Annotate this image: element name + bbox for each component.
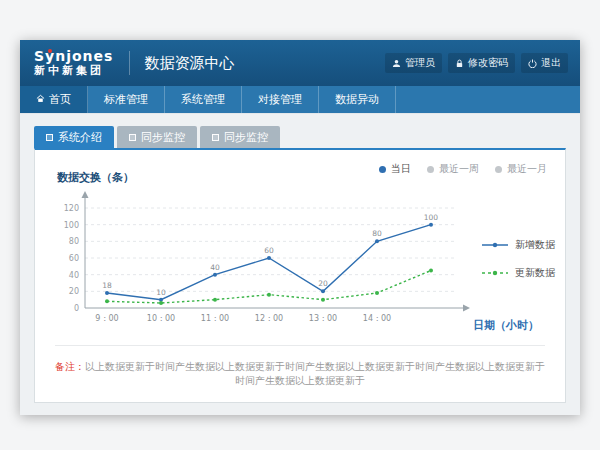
tab-label: 系统介绍 [58, 130, 102, 145]
filter-label: 当日 [391, 162, 411, 176]
tab-sync-monitor-1[interactable]: 同步监控 [117, 126, 197, 148]
svg-text:18: 18 [102, 281, 112, 290]
line-sample-icon [481, 268, 509, 278]
filter-label: 最近一周 [439, 162, 479, 176]
change-password-button[interactable]: 修改密码 [448, 53, 515, 73]
legend-dot-icon [379, 166, 386, 173]
nav-item-label: 数据异动 [335, 92, 379, 107]
tab-label: 同步监控 [224, 130, 268, 145]
chart-panel: 当日 最近一周 最近一月 数据交换（条） 0204060801001209：00… [34, 148, 566, 403]
nav-item-standard-mgmt[interactable]: 标准管理 [88, 86, 165, 113]
svg-text:120: 120 [64, 204, 79, 213]
logo-text-cn: 新中新集团 [34, 65, 113, 77]
series-legend: 新增数据 更新数据 [481, 238, 555, 280]
filter-last-month[interactable]: 最近一月 [495, 162, 547, 176]
tab-icon [212, 134, 219, 141]
footnote-label: 备注： [55, 361, 85, 372]
svg-text:40: 40 [210, 263, 220, 272]
svg-text:100: 100 [64, 221, 79, 230]
svg-text:80: 80 [69, 237, 79, 246]
y-axis-label: 数据交换（条） [57, 170, 134, 185]
admin-user-label: 管理员 [405, 56, 435, 70]
header-actions: 管理员 修改密码 退出 [385, 53, 568, 73]
svg-text:60: 60 [264, 246, 274, 255]
power-icon [528, 59, 537, 68]
svg-text:14：00: 14：00 [363, 314, 391, 323]
tab-icon [46, 134, 53, 141]
logo: Synjones 新中新集团 [34, 49, 113, 76]
logout-label: 退出 [541, 56, 561, 70]
footnote: 备注：以上数据更新于时间产生数据以上数据更新于时间产生数据以上数据更新于时间产生… [55, 345, 545, 388]
svg-text:0: 0 [74, 304, 79, 313]
legend-dot-icon [427, 166, 434, 173]
nav-item-system-mgmt[interactable]: 系统管理 [165, 86, 242, 113]
line-chart: 0204060801001209：0010：0011：0012：0013：001… [51, 190, 481, 340]
svg-text:20: 20 [318, 279, 328, 288]
tab-sync-monitor-2[interactable]: 同步监控 [200, 126, 280, 148]
filter-label: 最近一月 [507, 162, 547, 176]
legend-series-new-data[interactable]: 新增数据 [481, 238, 555, 252]
user-icon [392, 59, 401, 68]
svg-text:11：00: 11：00 [201, 314, 229, 323]
svg-text:9：00: 9：00 [95, 314, 118, 323]
nav-item-label: 标准管理 [104, 92, 148, 107]
svg-text:60: 60 [69, 254, 79, 263]
nav-item-data-change[interactable]: 数据异动 [319, 86, 396, 113]
main-nav: 首页 标准管理 系统管理 对接管理 数据异动 [20, 86, 580, 114]
svg-text:80: 80 [372, 229, 382, 238]
nav-item-label: 首页 [49, 92, 71, 107]
tab-label: 同步监控 [141, 130, 185, 145]
series-label: 新增数据 [515, 238, 555, 252]
tab-system-intro[interactable]: 系统介绍 [34, 126, 114, 148]
app-window: Synjones 新中新集团 数据资源中心 管理员 修改密码 退出 [20, 40, 580, 415]
svg-text:10：00: 10：00 [147, 314, 175, 323]
nav-item-connect-mgmt[interactable]: 对接管理 [242, 86, 319, 113]
series-label: 更新数据 [515, 266, 555, 280]
tab-icon [129, 134, 136, 141]
svg-text:10: 10 [156, 288, 166, 297]
legend-dot-icon [495, 166, 502, 173]
line-sample-icon [481, 240, 509, 250]
legend-series-update-data[interactable]: 更新数据 [481, 266, 555, 280]
content-area: 系统介绍 同步监控 同步监控 当日 最近一周 [20, 114, 580, 415]
nav-item-home[interactable]: 首页 [20, 86, 88, 113]
app-header: Synjones 新中新集团 数据资源中心 管理员 修改密码 退出 [20, 40, 580, 86]
filter-today[interactable]: 当日 [379, 162, 411, 176]
page-title: 数据资源中心 [129, 51, 234, 75]
admin-user-button[interactable]: 管理员 [385, 53, 442, 73]
footnote-text: 以上数据更新于时间产生数据以上数据更新于时间产生数据以上数据更新于时间产生数据以… [85, 361, 545, 386]
change-password-label: 修改密码 [468, 56, 508, 70]
svg-text:20: 20 [69, 287, 79, 296]
x-axis-label: 日期（小时） [473, 318, 539, 333]
svg-text:40: 40 [69, 271, 79, 280]
logo-text-en: Synjones [34, 49, 113, 64]
chart-filter-legend: 当日 最近一周 最近一月 [379, 162, 547, 176]
tab-bar: 系统介绍 同步监控 同步监控 [34, 126, 566, 148]
nav-item-label: 系统管理 [181, 92, 225, 107]
home-icon [36, 93, 45, 106]
svg-text:12：00: 12：00 [255, 314, 283, 323]
nav-item-label: 对接管理 [258, 92, 302, 107]
lock-icon [455, 59, 464, 68]
filter-last-week[interactable]: 最近一周 [427, 162, 479, 176]
logout-button[interactable]: 退出 [521, 53, 568, 73]
svg-text:100: 100 [424, 213, 439, 222]
svg-text:13：00: 13：00 [309, 314, 337, 323]
